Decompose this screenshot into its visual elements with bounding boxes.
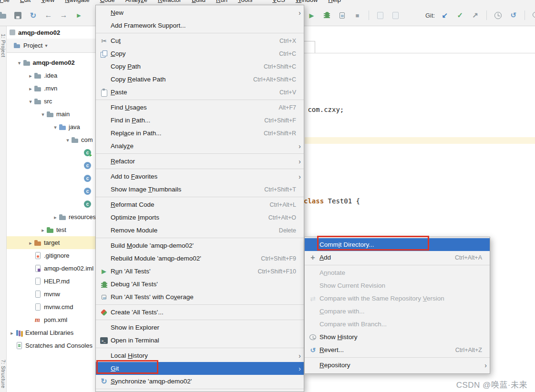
context-menu-item[interactable]: Show Image Thumbnails Ctrl+Shift+T (96, 183, 304, 196)
tree-row[interactable]: mvnw (7, 288, 95, 301)
coverage-icon[interactable] (337, 10, 348, 21)
stop-icon[interactable] (352, 10, 363, 21)
menubar-item[interactable]: Tools (236, 0, 255, 4)
menubar-item[interactable]: View (39, 0, 57, 4)
run-icon[interactable] (306, 10, 317, 21)
git-push-icon[interactable] (470, 10, 481, 21)
git-submenu-item[interactable]: Revert... Ctrl+Alt+Z (305, 343, 490, 356)
stripe-project-button[interactable]: 1: Project (0, 34, 6, 57)
context-menu-item[interactable]: Refactor (96, 155, 304, 168)
context-menu-item[interactable]: Reformat Code Ctrl+Alt+L (96, 198, 304, 211)
menubar-item[interactable]: Build (189, 0, 208, 4)
tree-row[interactable]: mvnw.cmd (7, 301, 95, 313)
context-menu-item[interactable]: Copy Relative Path Ctrl+Alt+Shift+C (96, 73, 304, 86)
git-submenu-item[interactable]: Compare with... (305, 305, 490, 318)
debug-icon[interactable] (321, 10, 332, 21)
context-menu-item[interactable]: Copy Ctrl+C (96, 47, 304, 60)
tree-chevron-icon[interactable] (16, 59, 23, 66)
context-menu-item[interactable]: Open in Terminal (96, 334, 304, 347)
tree-row[interactable]: HELP.md (7, 275, 95, 288)
tree-row[interactable]: Scratches and Consoles (7, 339, 95, 352)
tree-chevron-icon[interactable] (64, 136, 71, 143)
tree-row[interactable]: .idea (7, 69, 95, 82)
tree-row[interactable]: target (7, 236, 95, 249)
context-menu-item[interactable]: Run 'All Tests' with Coverage (96, 291, 304, 303)
context-menu-item[interactable]: Cut Ctrl+X (96, 34, 304, 47)
run-config-icon[interactable] (73, 10, 84, 21)
context-menu-item[interactable]: Add Framework Support... (96, 19, 304, 32)
context-menu-item[interactable]: Show in Explorer (96, 321, 304, 334)
menubar-item[interactable]: Navigate (62, 0, 92, 4)
disabled-action-icon[interactable] (375, 10, 386, 21)
menubar-item[interactable]: Code (98, 0, 117, 4)
context-menu-item[interactable]: Create 'All Tests'... (96, 306, 304, 319)
tree-chevron-icon[interactable] (27, 98, 34, 105)
context-menu-item[interactable]: Replace in Path... Ctrl+Shift+R (96, 127, 304, 140)
tree-row[interactable]: pom.xml (7, 313, 95, 326)
git-submenu-item[interactable]: Show History (305, 331, 490, 343)
tree-row[interactable] (7, 159, 95, 172)
menubar-item[interactable]: Edit (18, 0, 33, 4)
disabled-action-icon[interactable] (390, 10, 401, 21)
git-commit-icon[interactable] (454, 10, 465, 21)
menubar-item[interactable]: Analyze (123, 0, 150, 4)
tree-chevron-icon[interactable] (27, 72, 34, 79)
tree-row[interactable]: .gitignore (7, 249, 95, 262)
menubar-item[interactable]: Help (326, 0, 343, 4)
git-update-icon[interactable] (439, 10, 450, 21)
stripe-structure-button[interactable]: 7: Structure (0, 360, 6, 388)
context-menu-item[interactable]: Find Usages Alt+F7 (96, 101, 304, 114)
open-project-icon[interactable] (0, 10, 8, 21)
context-menu-item[interactable]: Optimize Imports Ctrl+Alt+O (96, 211, 304, 224)
tree-row[interactable]: amqp-demo02 (7, 56, 95, 69)
menubar-item[interactable]: Run (214, 0, 230, 4)
context-menu-item[interactable]: Rebuild Module 'amqp-demo02' Ctrl+Shift+… (96, 252, 304, 265)
context-menu-item[interactable]: Synchronize 'amqp-demo02' (96, 375, 304, 388)
rollback-icon[interactable] (508, 10, 519, 21)
tree-chevron-icon[interactable] (27, 85, 34, 92)
git-submenu-item[interactable]: Add Ctrl+Alt+A (305, 251, 490, 264)
forward-arrow-icon[interactable] (58, 10, 69, 21)
context-menu-item[interactable]: Build Module 'amqp-demo02' (96, 239, 304, 252)
tree-chevron-icon[interactable] (40, 111, 46, 118)
tree-chevron-icon[interactable] (9, 329, 15, 336)
tree-row[interactable]: .mvn (7, 82, 95, 95)
menubar-item[interactable]: Refactor (155, 0, 184, 4)
history-icon[interactable] (493, 10, 504, 21)
tree-row[interactable] (7, 185, 95, 198)
git-submenu-item[interactable]: Annotate (305, 266, 490, 279)
project-view-selector[interactable]: Project ▾ (7, 39, 95, 53)
tree-chevron-icon[interactable] (52, 213, 59, 221)
tree-row[interactable]: com (7, 133, 95, 146)
search-icon[interactable] (531, 10, 535, 21)
context-menu-item[interactable]: Copy Path Ctrl+Shift+C (96, 60, 304, 73)
git-submenu-item[interactable]: Repository (305, 359, 490, 372)
tree-chevron-icon[interactable] (27, 239, 34, 246)
save-icon[interactable] (12, 10, 23, 21)
tree-row[interactable]: test (7, 223, 95, 236)
context-menu-item[interactable]: Paste Ctrl+V (96, 86, 304, 99)
tree-row[interactable]: src (7, 95, 95, 108)
context-menu-item[interactable]: Analyze (96, 140, 304, 152)
context-menu-item[interactable]: Find in Path... Ctrl+Shift+F (96, 114, 304, 127)
git-submenu-item[interactable]: Compare with the Same Repository Version (305, 292, 490, 305)
sync-icon[interactable] (28, 10, 39, 21)
tree-row[interactable]: amqp-demo02.iml (7, 262, 95, 275)
menubar-item[interactable]: File (0, 0, 12, 4)
menubar-item[interactable]: Window (293, 0, 320, 4)
context-menu-item[interactable]: Run 'All Tests' Ctrl+Shift+F10 (96, 265, 304, 278)
tree-row[interactable]: main (7, 108, 95, 121)
back-arrow-icon[interactable] (43, 10, 54, 21)
menubar-item[interactable]: VCS (270, 0, 288, 4)
tree-row[interactable] (7, 146, 95, 159)
git-submenu-item[interactable]: Show Current Revision (305, 279, 490, 292)
context-menu-item[interactable]: New (96, 6, 304, 19)
context-menu-item[interactable]: Remove Module Delete (96, 224, 304, 237)
tree-row[interactable] (7, 172, 95, 185)
tree-chevron-icon[interactable] (52, 123, 59, 131)
context-menu-item[interactable]: Add to Favorites (96, 170, 304, 183)
tree-chevron-icon[interactable] (40, 226, 46, 233)
tree-row[interactable]: java (7, 121, 95, 133)
tree-row[interactable] (7, 198, 95, 211)
git-submenu-item[interactable]: Compare with Branch... (305, 318, 490, 331)
